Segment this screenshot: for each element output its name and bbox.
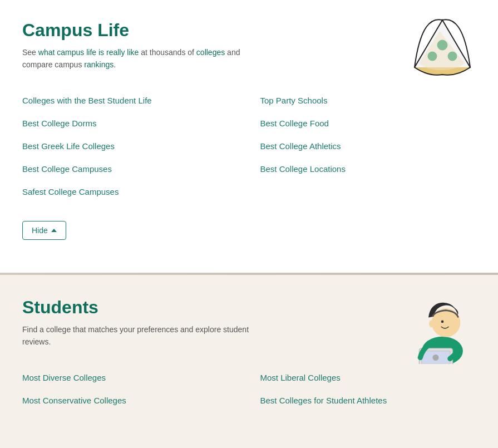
student-illustration: [409, 292, 476, 364]
link-best-locations[interactable]: Best College Locations: [260, 157, 476, 180]
svg-point-6: [441, 321, 444, 323]
pizza-illustration: [409, 14, 476, 76]
students-right-column: Most Liberal Colleges Best Colleges for …: [260, 366, 476, 412]
students-left-column: Most Diverse Colleges Most Conservative …: [22, 366, 238, 412]
link-best-student-life[interactable]: Colleges with the Best Student Life: [22, 89, 238, 112]
what-campus-life-link[interactable]: what campus life is really like: [38, 48, 139, 57]
svg-point-10: [432, 355, 438, 361]
students-description: Find a college that matches your prefere…: [22, 323, 256, 348]
link-best-student-athletes[interactable]: Best Colleges for Student Athletes: [260, 389, 476, 412]
chevron-up-icon: [51, 229, 57, 232]
link-best-food[interactable]: Best College Food: [260, 112, 476, 135]
students-section: Students Find a college that matches you…: [0, 275, 498, 448]
link-most-conservative[interactable]: Most Conservative Colleges: [22, 389, 238, 412]
students-title: Students: [22, 297, 409, 318]
link-most-liberal[interactable]: Most Liberal Colleges: [260, 366, 476, 389]
campus-life-right-column: Top Party Schools Best College Food Best…: [260, 89, 476, 203]
campus-life-left-column: Colleges with the Best Student Life Best…: [22, 89, 238, 203]
campus-life-description: See what campus life is really like at t…: [22, 46, 256, 71]
campus-life-title: Campus Life: [22, 20, 409, 41]
hide-button[interactable]: Hide: [22, 221, 66, 240]
link-best-dorms[interactable]: Best College Dorms: [22, 112, 238, 135]
campus-life-section: Campus Life See what campus life is real…: [0, 0, 498, 273]
colleges-link[interactable]: colleges: [196, 48, 225, 57]
students-links-grid: Most Diverse Colleges Most Conservative …: [22, 366, 476, 412]
svg-point-5: [429, 320, 434, 327]
hide-label: Hide: [32, 226, 48, 235]
link-best-campuses[interactable]: Best College Campuses: [22, 157, 238, 180]
rankings-link[interactable]: rankings: [84, 60, 114, 69]
link-best-athletics[interactable]: Best College Athletics: [260, 135, 476, 157]
link-top-party[interactable]: Top Party Schools: [260, 89, 476, 112]
campus-life-links-grid: Colleges with the Best Student Life Best…: [22, 89, 476, 203]
link-best-greek-life[interactable]: Best Greek Life Colleges: [22, 135, 238, 157]
link-most-diverse[interactable]: Most Diverse Colleges: [22, 366, 238, 389]
link-safest-campuses[interactable]: Safest College Campuses: [22, 180, 238, 203]
